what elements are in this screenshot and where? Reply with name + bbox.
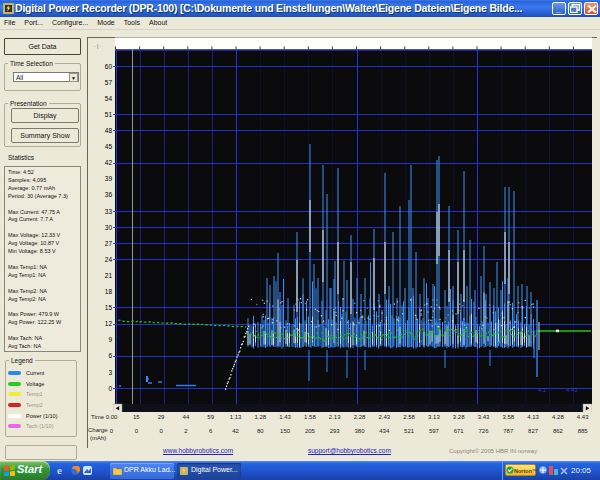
svg-text:4.43: 4.43 bbox=[566, 387, 578, 393]
svg-text:4.1': 4.1' bbox=[538, 387, 548, 393]
